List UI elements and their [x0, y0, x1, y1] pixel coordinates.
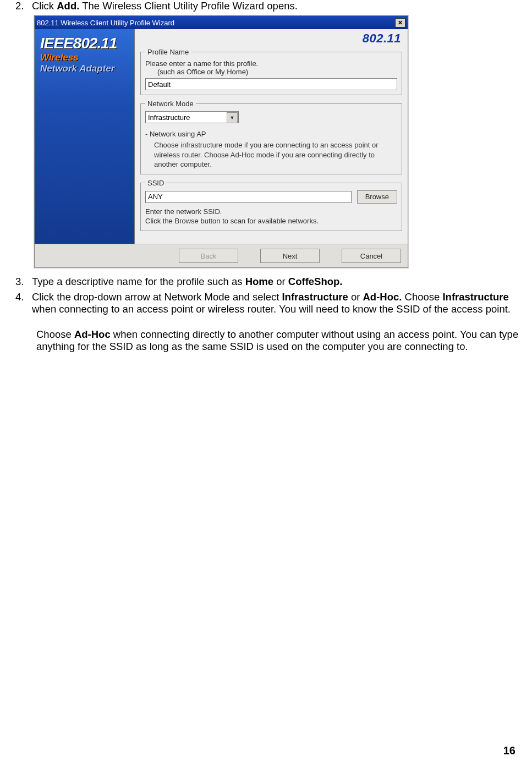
- side-netadapter-label: Network Adapter: [35, 63, 134, 74]
- step-3-number: 3.: [15, 276, 32, 288]
- network-mode-desc: Choose infrastructure mode if you are co…: [154, 140, 397, 169]
- network-mode-fieldset: Network Mode ▼ - Network using AP Choose…: [140, 100, 402, 174]
- cancel-button[interactable]: Cancel: [342, 249, 401, 263]
- step-3-body: Type a descriptive name for the profile …: [32, 276, 522, 288]
- ssid-help-1: Enter the network SSID.: [145, 207, 397, 217]
- step-4-number: 4.: [15, 291, 32, 315]
- profile-name-fieldset: Profile Name Please enter a name for thi…: [140, 48, 402, 95]
- back-button: Back: [179, 249, 238, 263]
- profile-name-instruction: Please enter a name for this profile.: [145, 59, 397, 68]
- network-mode-legend: Network Mode: [145, 100, 196, 108]
- dialog-main-panel: 802.11 Profile Name Please enter a name …: [135, 29, 408, 244]
- step-4-body: Click the drop-down arrow at Network Mod…: [32, 291, 522, 315]
- ssid-input[interactable]: [145, 191, 352, 203]
- profile-name-legend: Profile Name: [145, 48, 191, 56]
- profile-name-input[interactable]: [145, 78, 397, 90]
- network-mode-subhead: - Network using AP: [145, 130, 397, 138]
- profile-name-example: (such as Office or My Home): [157, 68, 397, 76]
- ssid-fieldset: SSID Browse Enter the network SSID. Clic…: [140, 179, 402, 231]
- step-4: 4. Click the drop-down arrow at Network …: [15, 291, 522, 315]
- next-button[interactable]: Next: [260, 249, 320, 263]
- profile-wizard-dialog: 802.11 Wireless Client Utility Profile W…: [34, 15, 408, 268]
- brand-80211-label: 802.11: [140, 31, 401, 46]
- page-number: 16: [503, 744, 515, 757]
- network-mode-select[interactable]: ▼: [145, 111, 239, 123]
- ssid-legend: SSID: [145, 179, 166, 187]
- chevron-down-icon[interactable]: ▼: [227, 112, 238, 123]
- dialog-side-panel: IEEE802.11 Wireless Network Adapter: [35, 29, 135, 244]
- network-mode-value[interactable]: [145, 111, 239, 123]
- side-ieee-label: IEEE802.11: [35, 35, 134, 52]
- dialog-button-bar: Back Next Cancel: [35, 244, 408, 267]
- browse-button[interactable]: Browse: [357, 190, 397, 204]
- dialog-title: 802.11 Wireless Client Utility Profile W…: [37, 19, 174, 27]
- side-wireless-label: Wireless: [35, 52, 134, 63]
- step-2-number: 2.: [15, 0, 32, 12]
- step-3: 3. Type a descriptive name for the profi…: [15, 276, 522, 288]
- adhoc-paragraph: Choose Ad-Hoc when connecting directly t…: [36, 328, 522, 353]
- close-icon[interactable]: ✕: [395, 18, 405, 28]
- ssid-help-2: Click the Browse button to scan for avai…: [145, 216, 397, 226]
- step-2: 2. Click Add. The Wireless Client Utilit…: [15, 0, 522, 12]
- step-2-body: Click Add. The Wireless Client Utility P…: [32, 0, 522, 12]
- dialog-titlebar: 802.11 Wireless Client Utility Profile W…: [35, 16, 408, 29]
